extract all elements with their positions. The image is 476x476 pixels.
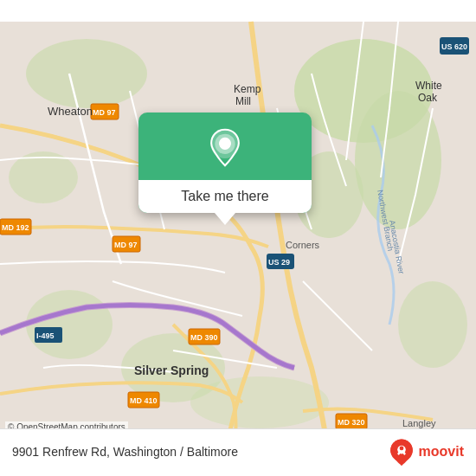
popup-card: Take me there: [138, 113, 312, 213]
svg-text:Wheaton: Wheaton: [48, 105, 93, 118]
svg-text:Oak: Oak: [418, 92, 438, 104]
svg-point-8: [26, 290, 113, 359]
svg-text:MD 320: MD 320: [338, 418, 365, 427]
svg-text:MD 97: MD 97: [93, 108, 116, 117]
svg-text:I-495: I-495: [36, 331, 55, 340]
svg-point-5: [9, 151, 78, 203]
moovit-logo-icon: [388, 438, 415, 466]
svg-text:MD 192: MD 192: [2, 223, 29, 232]
map-container: US 620 US 29 MD 97 MD 97 MD 192 I-495 MD…: [0, 0, 476, 476]
svg-text:US 620: US 620: [441, 42, 467, 51]
svg-text:Silver Spring: Silver Spring: [134, 363, 209, 377]
svg-text:Kemp: Kemp: [234, 83, 261, 95]
svg-point-45: [399, 447, 403, 451]
svg-text:Langley: Langley: [402, 418, 436, 428]
map-background: US 620 US 29 MD 97 MD 97 MD 192 I-495 MD…: [0, 0, 476, 476]
popup-icon-area: [188, 113, 262, 180]
svg-point-4: [26, 39, 147, 108]
svg-text:MD 390: MD 390: [190, 333, 218, 342]
svg-text:Corners: Corners: [286, 240, 320, 250]
svg-text:MD 410: MD 410: [130, 396, 158, 405]
address-text: 9901 Renfrew Rd, Washington / Baltimore: [12, 445, 238, 459]
svg-point-2: [355, 91, 441, 229]
svg-point-9: [398, 281, 467, 368]
svg-text:MD 97: MD 97: [114, 241, 138, 249]
svg-point-7: [190, 376, 329, 428]
location-pin-icon: [203, 128, 247, 171]
svg-text:US 29: US 29: [268, 258, 290, 267]
svg-text:Mill: Mill: [235, 95, 251, 107]
moovit-text: moovit: [419, 444, 464, 460]
bottom-bar: 9901 Renfrew Rd, Washington / Baltimore …: [0, 428, 476, 476]
moovit-logo: moovit: [388, 438, 464, 466]
take-me-there-button[interactable]: Take me there: [138, 180, 312, 213]
svg-text:White: White: [415, 80, 442, 92]
